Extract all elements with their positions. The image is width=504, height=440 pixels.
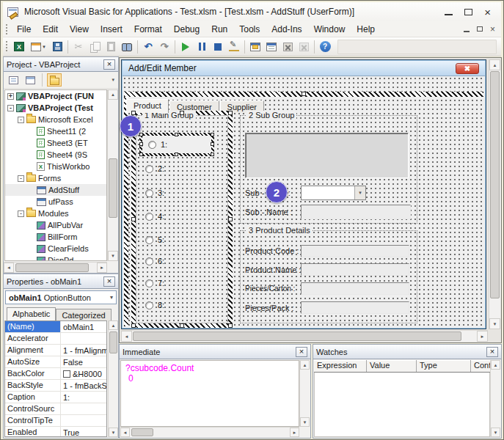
property-row-caption[interactable]: Caption 1: [5,392,106,403]
mdi-close-icon[interactable]: × [490,25,495,34]
project-vscrollbar[interactable]: ▲ ▼ [107,89,118,261]
scroll-left-icon[interactable]: ◄ [120,428,130,437]
menu-insert[interactable]: Insert [95,22,128,37]
properties-vscrollbar[interactable]: ▲ ▼ [108,320,118,437]
tree-item-addstuff[interactable]: AddStuff [5,184,106,196]
maximize-button[interactable] [464,9,472,15]
property-row-autosize[interactable]: AutoSize False [5,356,106,368]
property-row-backstyle[interactable]: BackStyle 1 - fmBackS [5,380,106,392]
menu-help[interactable]: Help [351,22,381,37]
column-type[interactable]: Type [417,360,471,372]
reset-icon[interactable] [210,40,226,54]
menu-drag-grip[interactable] [5,23,9,34]
designer-hscrollbar[interactable]: ◄ ► [121,330,488,342]
collapse-icon[interactable]: - [18,175,24,182]
view-code-icon[interactable] [6,73,21,87]
tree-item-forms-folder[interactable]: - Forms [5,172,106,184]
menu-tools[interactable]: Tools [233,22,266,37]
main-group-frame[interactable]: 1 Main Group 2: 3: 4: 5: [136,115,228,323]
property-row-alignment[interactable]: Alignment 1 - fmAlignm [5,345,106,356]
property-row-backcolor[interactable]: BackColor &H8000 [5,368,106,380]
product-details-frame[interactable]: 3 Product Details Product Code : Product… [240,230,417,323]
tree-item-disppd[interactable]: DispPd [5,254,106,261]
selection-handle[interactable] [175,133,178,136]
properties-close-icon[interactable]: × [103,276,115,287]
option-button-8[interactable]: 8: [145,301,164,309]
watches-vscrollbar[interactable]: ▲ ▼ [490,360,500,437]
scroll-thumb[interactable] [109,331,117,353]
multipage-selection-border[interactable] [124,92,483,97]
expand-icon[interactable]: + [7,93,14,100]
tree-item-billform[interactable]: BillForm [5,231,106,243]
tree-item-vbaproject-test[interactable]: - VBAProject (Test [5,102,106,114]
cut-icon[interactable]: ✂ [70,40,87,54]
tree-item-excel-objects[interactable]: - Microsoft Excel [5,114,106,125]
selection-handle[interactable] [228,217,233,221]
property-row-enabled[interactable]: Enabled True [5,427,106,437]
menu-run[interactable]: Run [205,22,233,37]
designer-vscrollbar[interactable]: ▲ ▼ [489,59,500,329]
column-expression[interactable]: Expression [314,360,367,372]
tab-alphabetic[interactable]: Alphabetic [7,307,56,320]
collapse-icon[interactable]: - [18,210,24,217]
scroll-down-icon[interactable]: ▼ [109,428,118,437]
selection-handle[interactable] [302,92,306,96]
scroll-up-icon[interactable]: ▲ [108,89,118,100]
userform-close-icon[interactable]: ✖ [456,63,479,74]
scroll-thumb[interactable] [133,331,461,341]
menu-window[interactable]: Window [308,22,351,37]
option-button-7[interactable]: 7: [145,279,164,287]
property-row-accelerator[interactable]: Accelerator [5,333,106,345]
undo-icon[interactable]: ↶ [140,40,156,54]
combo-dropdown-icon[interactable]: ▼ [354,186,365,199]
help-icon[interactable]: ? [317,40,333,54]
find-icon[interactable] [119,40,135,54]
tree-item-clearfields[interactable]: ClearFields [5,243,106,254]
minimize-button[interactable] [445,14,453,15]
save-icon[interactable] [49,40,65,54]
scroll-left-icon[interactable]: ◄ [4,263,14,273]
mdi-restore-icon[interactable] [477,26,483,32]
property-row-controlsource[interactable]: ControlSourc [5,403,106,415]
product-name-textbox[interactable] [301,263,409,276]
option-button-5[interactable]: 5: [145,235,164,244]
main-group-frame-selection[interactable]: 1 Main Group 2: 3: 4: 5: [131,111,233,328]
sub-code-combobox[interactable]: ▼ [301,186,366,200]
scroll-right-icon[interactable]: ► [477,331,488,342]
scroll-up-icon[interactable]: ▲ [489,59,500,70]
sub-group-frame[interactable]: 2 Sub Group Sub - Code : ▼ Sub - Name : [240,115,417,224]
toggle-folders-icon[interactable] [47,73,62,87]
scroll-up-icon[interactable]: ▲ [109,320,118,330]
tree-item-ufpass[interactable]: ufPass [5,196,106,208]
tree-item-vbaproject-func[interactable]: + VBAProject (FUN [5,90,106,102]
scroll-right-icon[interactable]: ► [97,263,107,273]
collapse-icon[interactable]: - [18,117,24,123]
selection-handle[interactable] [211,133,214,136]
toolbar-drag-grip[interactable] [5,40,9,54]
sub-name-label[interactable]: Sub - Name : [245,208,293,216]
project-toolbar-overflow-icon[interactable]: ▾ [112,77,116,83]
option-button-2[interactable]: 2: [145,164,164,173]
scroll-thumb[interactable] [109,158,117,219]
pieces-pack-label[interactable]: Pieces/Pack : [245,304,294,312]
pieces-carton-textbox[interactable] [301,282,409,295]
sub-group-listbox[interactable] [245,133,409,178]
userform-title-bar[interactable]: Add/Edit Member ✖ [123,61,485,76]
scroll-thumb[interactable] [131,428,153,436]
project-close-icon[interactable]: × [103,59,115,70]
tree-item-thisworkbook[interactable]: X ThisWorkbo [5,161,106,172]
scroll-up-icon[interactable]: ▲ [491,360,500,370]
insert-userform-icon[interactable]: ▾ [27,40,49,54]
selection-handle[interactable] [180,111,184,115]
toolbox-icon[interactable] [280,40,296,54]
tree-item-sheet4[interactable]: Sheet4 (9S [5,149,106,161]
product-code-label[interactable]: Product Code : [245,246,299,255]
selection-handle[interactable] [131,217,136,221]
menu-debug[interactable]: Debug [168,22,205,37]
project-panel-caption[interactable]: Project - VBAProject × [4,57,118,72]
scroll-left-icon[interactable]: ◄ [121,331,132,342]
tree-item-modules-folder[interactable]: - Modules [5,208,106,219]
view-excel-icon[interactable]: X [11,40,27,54]
selection-handle[interactable] [139,133,143,136]
paste-icon[interactable] [103,40,119,54]
